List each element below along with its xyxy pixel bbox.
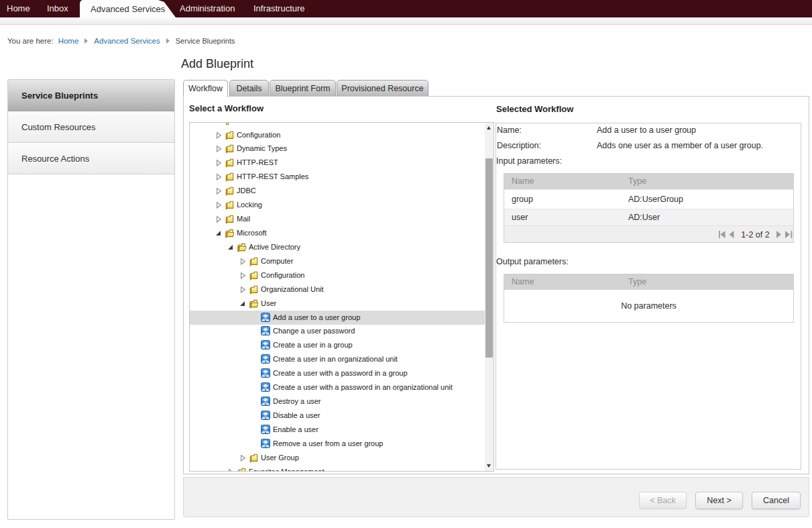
- svg-text:1-2 of 2: 1-2 of 2: [741, 230, 769, 240]
